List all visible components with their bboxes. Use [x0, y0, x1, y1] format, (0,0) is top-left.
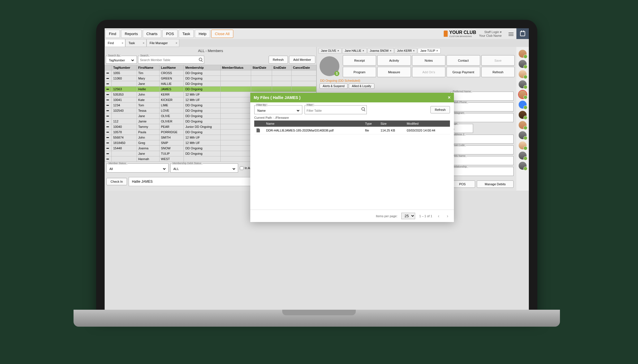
tab-task[interactable]: Task×: [125, 39, 146, 47]
member-tab[interactable]: Joanna SNOW×: [367, 48, 394, 53]
task-button[interactable]: Task: [179, 30, 194, 38]
close-icon[interactable]: ×: [143, 41, 145, 45]
add-member-button[interactable]: Add Member: [289, 56, 315, 64]
tab-find[interactable]: Find×: [105, 39, 125, 47]
avatar[interactable]: [519, 101, 527, 109]
calendar-button[interactable]: [516, 28, 529, 39]
column-header[interactable]: MemberStatus: [221, 65, 251, 70]
filter-by-select[interactable]: Name: [256, 109, 300, 113]
avatar[interactable]: [519, 162, 527, 170]
member-status-label: Member Status:: [108, 162, 128, 165]
next-page-button[interactable]: ›: [445, 214, 450, 219]
close-all-button[interactable]: Close All: [211, 30, 233, 38]
col-name[interactable]: Name: [264, 120, 363, 127]
my-files-modal: My Files ( Hallie JAMES ) × Filter By: N…: [250, 93, 454, 222]
close-icon[interactable]: ×: [337, 49, 339, 52]
program-button[interactable]: Program: [343, 67, 376, 77]
col-modified[interactable]: Modified: [404, 120, 450, 127]
notes-button[interactable]: Notes: [412, 55, 445, 66]
activity-button[interactable]: Activity: [377, 55, 411, 66]
member-tab[interactable]: Jane HALLIE×: [342, 48, 367, 53]
close-icon[interactable]: ×: [448, 95, 451, 100]
search-by-select[interactable]: TagNumber: [108, 58, 135, 62]
address2-input[interactable]: [452, 138, 512, 142]
file-row[interactable]: DDR-HALLIEJAMES-185-2020Mar03140038.pdf …: [254, 127, 450, 134]
age-input[interactable]: [452, 128, 471, 131]
find-button[interactable]: Find: [105, 30, 120, 38]
avatar-rail: [516, 47, 529, 191]
column-header[interactable]: EndDate: [272, 65, 291, 70]
addons-button[interactable]: Add On's: [412, 67, 445, 77]
menu-list-icon[interactable]: [508, 32, 514, 36]
staff-login-link[interactable]: Staff Login ▾: [479, 30, 502, 34]
membership-status: DD Ongoing (DD Scheduled): [317, 79, 516, 82]
prev-page-button[interactable]: ‹: [436, 214, 441, 219]
refresh-button[interactable]: Refresh: [430, 106, 450, 113]
table-row[interactable]: •••JaneHALLIEDD Ongoing: [105, 81, 316, 87]
col-type[interactable]: Type: [363, 120, 378, 127]
charts-button[interactable]: Charts: [143, 30, 161, 38]
close-icon[interactable]: ×: [436, 49, 438, 52]
group-payment-button[interactable]: Group Payment: [447, 67, 480, 77]
preferred-name-label: Preferred Name:: [452, 90, 473, 93]
column-header[interactable]: [105, 65, 112, 70]
member-tab[interactable]: Jane OLIVE×: [318, 48, 342, 53]
member-tab[interactable]: John KERR×: [395, 48, 417, 53]
relationship-input[interactable]: [452, 171, 512, 174]
search-icon[interactable]: [199, 58, 202, 61]
table-row[interactable]: •••1055TimCROSSDD Ongoing: [105, 70, 316, 76]
calendar-icon: [520, 31, 525, 36]
profile-avatar[interactable]: [320, 56, 339, 76]
sub-tab-alerts[interactable]: Alerts & Suspend: [320, 83, 348, 89]
close-icon[interactable]: ×: [390, 49, 391, 52]
items-per-page-select[interactable]: 25: [401, 213, 415, 219]
save-button[interactable]: Save: [481, 55, 515, 66]
avatar[interactable]: [519, 121, 527, 129]
receipt-button[interactable]: Receipt: [343, 55, 376, 66]
column-header[interactable]: FirstName: [137, 65, 159, 70]
avatar[interactable]: [519, 141, 527, 149]
avatar[interactable]: [519, 131, 527, 139]
close-icon[interactable]: ×: [176, 41, 177, 45]
column-header[interactable]: CancelDate: [291, 65, 316, 70]
avatar[interactable]: [519, 152, 527, 160]
avatar[interactable]: [519, 111, 527, 119]
search-input[interactable]: [140, 58, 202, 62]
measure-button[interactable]: Measure: [377, 67, 411, 77]
help-button[interactable]: Help: [195, 30, 210, 38]
filter-input[interactable]: [307, 109, 365, 112]
column-header[interactable]: Membership: [184, 65, 221, 70]
reports-button[interactable]: Reports: [121, 30, 142, 38]
close-icon[interactable]: ×: [363, 49, 364, 52]
column-header[interactable]: LastName: [160, 65, 184, 70]
contact-button[interactable]: Contact: [447, 55, 480, 66]
avatar[interactable]: [519, 80, 527, 88]
column-header[interactable]: TagNumber: [112, 65, 137, 70]
sub-tab-allied[interactable]: Allied & Loyalty: [349, 83, 374, 89]
tab-file-manager[interactable]: File Manager×: [146, 39, 179, 47]
avatar[interactable]: [519, 50, 527, 58]
table-row[interactable]: •••12563HallieJAMESDD Ongoing: [105, 87, 316, 92]
table-row[interactable]: •••11060MaryGREENDD Ongoing: [105, 76, 316, 81]
preferred-name-input[interactable]: [452, 95, 512, 99]
member-tab[interactable]: Jane TULIP×: [418, 48, 440, 53]
refresh-button[interactable]: Refresh: [269, 56, 288, 64]
check-in-button[interactable]: Check In: [106, 178, 127, 185]
refresh-button[interactable]: Refresh: [481, 67, 515, 77]
debit-status-select[interactable]: ALL: [172, 167, 236, 171]
manage-debits-button[interactable]: Manage Debits: [477, 180, 514, 188]
member-status-select[interactable]: All: [108, 167, 167, 171]
close-icon[interactable]: ×: [413, 49, 415, 52]
close-icon[interactable]: ×: [122, 41, 123, 45]
avatar[interactable]: [519, 60, 527, 68]
postcode-input[interactable]: [452, 149, 512, 152]
avatar[interactable]: [519, 70, 527, 78]
avatar[interactable]: [519, 91, 527, 98]
pos-button[interactable]: POS: [162, 30, 178, 38]
pets-name-input[interactable]: [452, 160, 512, 163]
search-icon[interactable]: [361, 107, 365, 111]
column-header[interactable]: StartDate: [251, 65, 272, 70]
col-size[interactable]: Size: [378, 120, 405, 127]
work-phone-input[interactable]: [452, 106, 512, 109]
instagram-input[interactable]: [452, 117, 512, 120]
